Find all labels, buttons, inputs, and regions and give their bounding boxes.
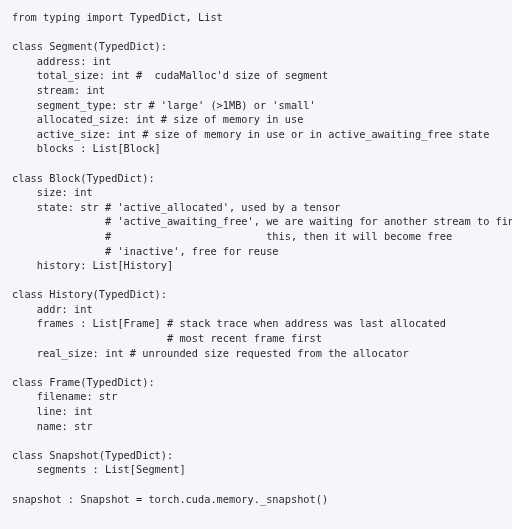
- code-line: allocated_size: int # size of memory in …: [12, 113, 303, 125]
- code-line: real_size: int # unrounded size requeste…: [12, 347, 409, 359]
- code-line: class Segment(TypedDict):: [12, 40, 167, 52]
- code-line: class History(TypedDict):: [12, 288, 167, 300]
- code-line: line: int: [12, 405, 93, 417]
- code-line: active_size: int # size of memory in use…: [12, 128, 489, 140]
- code-line: # this, then it will become free: [12, 230, 452, 242]
- code-line: total_size: int # cudaMalloc'd size of s…: [12, 69, 328, 81]
- code-line: class Snapshot(TypedDict):: [12, 449, 173, 461]
- code-line: segment_type: str # 'large' (>1MB) or 's…: [12, 99, 316, 111]
- code-line: segments : List[Segment]: [12, 463, 186, 475]
- code-line: from typing import TypedDict, List: [12, 11, 223, 23]
- code-line: snapshot : Snapshot = torch.cuda.memory.…: [12, 493, 328, 505]
- code-line: filename: str: [12, 390, 117, 402]
- code-line: class Frame(TypedDict):: [12, 376, 155, 388]
- code-line: # 'active_awaiting_free', we are waiting…: [12, 215, 512, 227]
- code-snippet: from typing import TypedDict, List class…: [0, 0, 512, 529]
- code-line: address: int: [12, 55, 111, 67]
- code-line: addr: int: [12, 303, 93, 315]
- code-line: history: List[History]: [12, 259, 173, 271]
- code-line: name: str: [12, 420, 93, 432]
- code-line: state: str # 'active_allocated', used by…: [12, 201, 341, 213]
- code-line: blocks : List[Block]: [12, 142, 161, 154]
- code-line: size: int: [12, 186, 93, 198]
- code-line: # most recent frame first: [12, 332, 322, 344]
- code-line: frames : List[Frame] # stack trace when …: [12, 317, 446, 329]
- code-line: class Block(TypedDict):: [12, 172, 155, 184]
- code-line: # 'inactive', free for reuse: [12, 245, 279, 257]
- code-line: stream: int: [12, 84, 105, 96]
